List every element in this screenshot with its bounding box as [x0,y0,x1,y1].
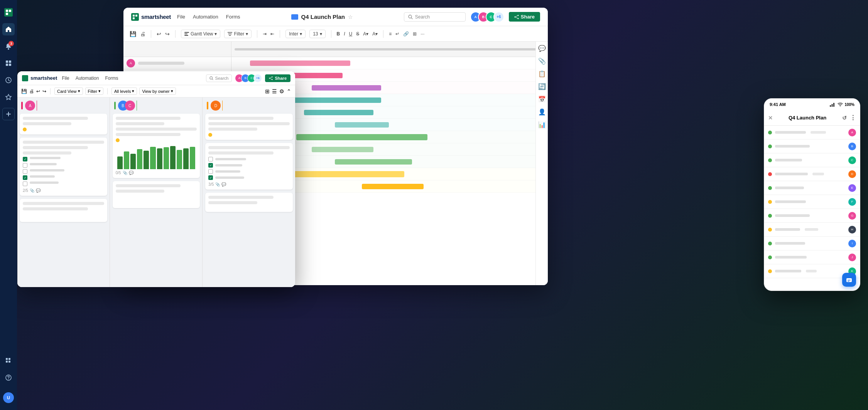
card-menu-forms[interactable]: Forms [105,76,118,81]
card-print-icon[interactable]: 🖨 [29,89,34,94]
mobile-more-icon[interactable]: ⋮ [850,114,856,121]
card-checkbox-1[interactable]: ✓ [23,157,27,161]
mobile-window: 9:41 AM 100% ✕ Q4 Launch Plan ↺ ⋮ A B C [764,98,860,291]
card-search-icon [209,76,213,80]
wrap-button[interactable]: ↵ [395,31,399,37]
redo-icon[interactable]: ↪ [165,31,170,37]
card-checkbox-2[interactable] [23,163,27,168]
card-sep-2 [107,88,108,94]
print-icon[interactable]: 🖨 [140,31,145,37]
card-toolbar-sep [50,88,51,94]
font-selector[interactable]: Inter ▾ [285,30,306,38]
sidebar-item-help[interactable] [2,371,15,384]
sidebar-item-notifications[interactable]: 3 [2,40,15,52]
strikethrough-button[interactable]: S [356,31,359,37]
card-line [116,133,181,136]
card-3-comment: 💬 [221,182,226,187]
card-search-box[interactable]: Search [206,74,232,82]
card-levels-selector[interactable]: All levels ▾ [111,87,137,95]
card-c3-cb1[interactable] [208,157,213,161]
sidebar-item-apps[interactable] [2,355,15,367]
person-icon[interactable]: 👤 [538,108,546,116]
card-c3-cb2[interactable]: ✓ [208,163,213,168]
favorite-icon[interactable]: ☆ [348,14,353,20]
card-settings-icon[interactable]: ⚙ [279,88,284,94]
refresh-icon[interactable]: 🔄 [538,83,546,90]
user-avatar[interactable]: U [2,392,15,404]
mobile-row-sub11 [806,270,817,272]
card-collaborators: A B C +6 [235,74,262,82]
copy-icon[interactable]: 📋 [538,70,546,77]
card-c3-cb4[interactable]: ✓ [208,175,213,180]
sidebar-item-home[interactable] [2,23,15,35]
svg-rect-30 [830,105,831,107]
filter-button[interactable]: Filter ▾ [224,30,252,38]
mobile-fab-button[interactable] [842,273,856,287]
chart-icon[interactable]: 📊 [538,121,546,128]
gantt-search-box[interactable]: Search [404,12,466,22]
mobile-row-sub4 [812,173,824,175]
card-checkbox-4[interactable]: ✓ [23,175,27,180]
card-checkbox-3[interactable] [23,169,27,174]
italic-button[interactable]: I [344,31,345,37]
card-undo-icon[interactable]: ↩ [36,89,40,94]
attachment-icon[interactable]: 📎 [538,57,546,65]
sidebar-item-favorites[interactable] [2,91,15,103]
card-column-1: A ✓ [17,97,110,287]
mobile-row-label-8 [775,228,800,231]
underline-button[interactable]: U [349,31,353,37]
outdent-icon[interactable]: ⇤ [270,31,274,37]
link-button[interactable]: 🔗 [403,31,409,37]
card-menu-file[interactable]: File [62,76,69,81]
indent-icon[interactable]: ⇥ [263,31,267,37]
share-button[interactable]: Share [509,12,540,22]
menu-file[interactable]: File [177,14,185,20]
highlight-button[interactable]: A▾ [363,31,368,37]
menu-automation[interactable]: Automation [193,14,218,20]
card-toolbar: 💾 🖨 ↩ ↪ Card View ▾ Filter ▾ All levels … [17,85,295,97]
menu-forms[interactable]: Forms [226,14,240,20]
card-share-button[interactable]: Share [265,74,290,82]
status-dot-2 [768,145,772,148]
svg-rect-0 [4,8,13,17]
card-grid-icon[interactable]: ⊞ [265,88,270,94]
undo-icon[interactable]: ↩ [157,31,161,37]
card-c3-cb3[interactable] [208,169,213,174]
mobile-refresh-icon[interactable]: ↺ [842,115,847,121]
merge-button[interactable]: ⊞ [413,31,417,37]
font-size-selector[interactable]: 13 ▾ [309,30,325,38]
card-task-count: 2/5 [23,188,28,193]
text-color-button[interactable]: A▾ [372,31,378,37]
checkbox-label-2 [30,163,57,165]
bold-button[interactable]: B [337,31,340,37]
card-menu: File Automation Forms [62,76,118,81]
chevron-down-icon: ▾ [214,31,217,37]
card-3-1 [205,114,293,140]
mobile-avatar-8: H [848,226,856,234]
sidebar-item-browse[interactable] [2,57,15,69]
card-filter-button[interactable]: Filter ▾ [85,87,103,95]
card-menu-automation[interactable]: Automation [76,76,99,81]
gantt-view-selector[interactable]: Gantt View ▾ [181,30,220,38]
card-group-selector[interactable]: View by owner ▾ [139,87,176,95]
more-button[interactable]: ··· [420,31,424,37]
checkbox-row-c3 [208,157,290,161]
card-collab-count: +6 [253,74,262,82]
card-1-3 [20,199,107,222]
save-icon[interactable]: 💾 [130,31,136,37]
sidebar-item-recents[interactable] [2,74,15,86]
sidebar-item-add[interactable] [2,108,15,120]
card-collapse-icon[interactable]: ⌃ [287,88,291,94]
card-comment-icon: 💬 [36,188,41,193]
card-redo-icon[interactable]: ↪ [42,89,46,94]
mobile-header: ✕ Q4 Launch Plan ↺ ⋮ [764,110,860,126]
calendar-icon[interactable]: 📅 [538,96,546,103]
notification-badge: 3 [8,41,14,46]
card-list-icon[interactable]: ☰ [272,88,277,94]
align-left-button[interactable]: ≡ [389,31,392,37]
card-save-icon[interactable]: 💾 [21,89,27,94]
mobile-close-icon[interactable]: ✕ [768,115,773,121]
comment-icon[interactable]: 💬 [538,45,546,52]
card-view-selector[interactable]: Card View ▾ [54,87,83,95]
card-checkbox-5[interactable] [23,181,27,186]
